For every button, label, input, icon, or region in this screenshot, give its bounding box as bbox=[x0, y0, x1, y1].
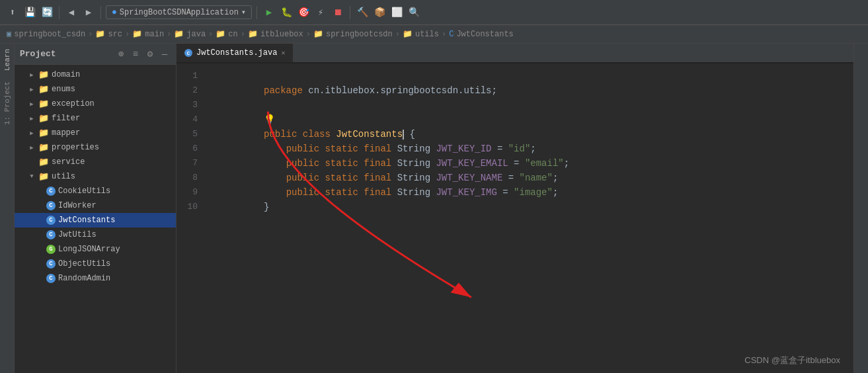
breadcrumb-cn[interactable]: 📁 cn bbox=[216, 29, 237, 39]
toolbar-icon-up[interactable]: ⬆ bbox=[5, 5, 20, 20]
code-line-9: } bbox=[208, 185, 853, 200]
tree-item-exception[interactable]: 📁 exception bbox=[15, 97, 176, 111]
code-editor[interactable]: 1 2 3 4 5 6 7 8 9 10 package cn.itbluebo… bbox=[177, 63, 853, 373]
toolbar-icon-run[interactable]: ▶ bbox=[262, 5, 276, 20]
utils-folder-icon: 📁 bbox=[403, 29, 413, 39]
tree-label-objectutils: ObjectUtils bbox=[58, 259, 110, 269]
left-tab-panel: Learn 1: Project bbox=[0, 44, 15, 373]
code-line-6: public static final String JWT_KEY_EMAIL… bbox=[208, 142, 853, 156]
tree-item-properties[interactable]: 📁 properties bbox=[15, 140, 176, 155]
tree-arrow-mapper bbox=[28, 129, 36, 137]
breadcrumb-main[interactable]: 📁 main bbox=[132, 29, 164, 39]
toolbar-icon-search[interactable]: 🔍 bbox=[407, 5, 421, 20]
code-line-3: 💡 bbox=[208, 98, 853, 112]
tree-label-cookieutils: CookieUtils bbox=[58, 186, 110, 196]
sidebar-settings-icon[interactable]: ⚙ bbox=[144, 48, 156, 60]
folder-exception-icon: 📁 bbox=[38, 99, 49, 109]
toolbar-icon-refresh[interactable]: 🔄 bbox=[40, 5, 54, 20]
toolbar-icon-build[interactable]: 🔨 bbox=[355, 5, 370, 20]
toolbar-sep-2 bbox=[100, 6, 101, 19]
dropdown-arrow-icon: ▾ bbox=[241, 7, 246, 17]
breadcrumb-sep-7: › bbox=[395, 30, 400, 39]
app-dropdown[interactable]: ● SpringBootCSDNApplication ▾ bbox=[106, 5, 252, 19]
tab-label: JwtConstants.java bbox=[196, 48, 277, 58]
class-icon-jwtutils: C bbox=[46, 230, 56, 239]
tab-bar: C JwtConstants.java ✕ bbox=[177, 44, 853, 63]
springbootcsdn-folder-icon: 📁 bbox=[313, 29, 323, 39]
tree-item-longjsonarray[interactable]: G LongJSONArray bbox=[15, 242, 176, 257]
toolbar-icon-forward[interactable]: ▶ bbox=[81, 5, 96, 20]
breadcrumb-sep-3: › bbox=[167, 30, 171, 39]
main-area: Learn 1: Project Project ⊕ ≡ ⚙ — 📁 domai… bbox=[0, 44, 868, 373]
code-line-1: package cn.itbluebox.springbootcsdn.util… bbox=[208, 69, 853, 83]
java-folder-icon: 📁 bbox=[174, 29, 184, 39]
sidebar-add-icon[interactable]: ⊕ bbox=[115, 48, 127, 60]
breadcrumb-src[interactable]: 📁 src bbox=[95, 29, 122, 39]
tab-jwtconstants[interactable]: C JwtConstants.java ✕ bbox=[177, 44, 294, 62]
tree-item-cookieutils[interactable]: C CookieUtils bbox=[15, 184, 176, 198]
learn-tab[interactable]: Learn bbox=[1, 44, 13, 76]
breadcrumb-utils[interactable]: 📁 utils bbox=[403, 29, 439, 39]
code-content[interactable]: package cn.itbluebox.springbootcsdn.util… bbox=[203, 63, 853, 373]
class-icon-cookieutils: C bbox=[46, 186, 56, 196]
breadcrumb-sep-1: › bbox=[88, 30, 93, 39]
breadcrumb-jwtconstants[interactable]: C JwtConstants bbox=[449, 30, 514, 39]
tree-label-jwtutils: JwtUtils bbox=[58, 230, 97, 239]
tree-item-mapper[interactable]: 📁 mapper bbox=[15, 126, 176, 140]
tree-item-utils[interactable]: 📁 utils bbox=[15, 169, 176, 184]
tree-item-jwtutils[interactable]: C JwtUtils bbox=[15, 228, 176, 242]
breadcrumb-java[interactable]: 📁 java bbox=[174, 29, 206, 39]
class-icon-idworker: C bbox=[46, 201, 56, 210]
project-tab-vertical[interactable]: 1: Project bbox=[1, 76, 13, 130]
breadcrumb-project[interactable]: ▣ springboot_csdn bbox=[7, 29, 85, 39]
breadcrumb-sep-5: › bbox=[241, 30, 245, 39]
src-folder-icon: 📁 bbox=[95, 29, 105, 39]
sidebar-collapse-icon[interactable]: ≡ bbox=[130, 48, 141, 60]
tree-item-objectutils[interactable]: C ObjectUtils bbox=[15, 257, 176, 271]
breadcrumb-springbootcsdn[interactable]: 📁 springbootcsdn bbox=[313, 29, 393, 39]
folder-utils-icon: 📁 bbox=[38, 171, 49, 182]
line-numbers: 1 2 3 4 5 6 7 8 9 10 bbox=[177, 63, 203, 373]
tree-label-mapper: mapper bbox=[52, 128, 80, 138]
toolbar: ⬆ 💾 🔄 ◀ ▶ ● SpringBootCSDNApplication ▾ … bbox=[0, 0, 868, 25]
toolbar-icon-coverage[interactable]: 🎯 bbox=[296, 5, 311, 20]
tab-class-icon: C bbox=[184, 49, 192, 57]
tree-label-domain: domain bbox=[52, 70, 80, 79]
sidebar: Project ⊕ ≡ ⚙ — 📁 domain 📁 enums 📁 bbox=[15, 44, 177, 373]
sidebar-minimize-icon[interactable]: — bbox=[159, 48, 171, 60]
toolbar-icon-git[interactable]: 📦 bbox=[372, 5, 387, 20]
toolbar-icon-profile[interactable]: ⚡ bbox=[313, 5, 328, 20]
breadcrumb-sep-2: › bbox=[125, 30, 130, 39]
tree-item-domain[interactable]: 📁 domain bbox=[15, 67, 176, 82]
editor-area: C JwtConstants.java ✕ 1 2 3 4 5 6 7 8 9 … bbox=[177, 44, 853, 373]
watermark: CSDN @蓝盒子itbluebox bbox=[744, 354, 840, 366]
breadcrumb-itbluebox[interactable]: 📁 itbluebox bbox=[248, 29, 303, 39]
tree-arrow-exception bbox=[28, 100, 36, 108]
tree-item-service[interactable]: 📁 service bbox=[15, 155, 176, 169]
cn-folder-icon: 📁 bbox=[216, 29, 225, 39]
toolbar-icon-back[interactable]: ◀ bbox=[64, 5, 79, 20]
right-tab-panel bbox=[853, 44, 868, 373]
tree-item-jwtconstants[interactable]: C JwtConstants bbox=[15, 213, 176, 228]
tree-arrow-domain bbox=[28, 71, 36, 79]
folder-domain-icon: 📁 bbox=[38, 69, 49, 80]
tree-arrow-filter bbox=[28, 114, 36, 122]
toolbar-icon-stop[interactable]: ⏹ bbox=[331, 5, 345, 20]
code-line-2 bbox=[208, 83, 853, 98]
sidebar-title: Project bbox=[20, 49, 56, 59]
main-folder-icon: 📁 bbox=[132, 29, 142, 39]
toolbar-icon-bug[interactable]: 🐛 bbox=[279, 5, 294, 20]
toolbar-sep-3 bbox=[256, 6, 257, 19]
class-icon-randomadmin: C bbox=[46, 274, 56, 283]
tree-label-longjsonarray: LongJSONArray bbox=[58, 245, 120, 254]
tree-item-idworker[interactable]: C IdWorker bbox=[15, 198, 176, 213]
tab-close-icon[interactable]: ✕ bbox=[281, 49, 285, 57]
tree-label-utils: utils bbox=[52, 172, 75, 181]
tree-item-enums[interactable]: 📁 enums bbox=[15, 82, 176, 97]
class-icon-objectutils: C bbox=[46, 259, 56, 269]
toolbar-icon-window[interactable]: ⬜ bbox=[389, 5, 404, 20]
code-line-8: public static final String JWT_KEY_IMG =… bbox=[208, 171, 853, 185]
tree-item-filter[interactable]: 📁 filter bbox=[15, 111, 176, 126]
toolbar-icon-save[interactable]: 💾 bbox=[22, 5, 37, 20]
tree-item-randomadmin[interactable]: C RandomAdmin bbox=[15, 271, 176, 286]
